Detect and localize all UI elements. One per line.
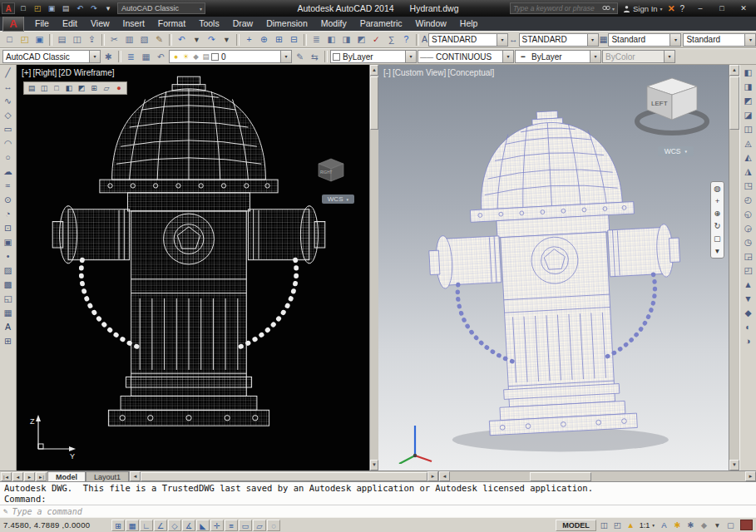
command-window[interactable]: Autodesk DWG. This file is a TrustedDWG … <box>0 481 756 517</box>
line-icon[interactable]: ╱ <box>2 66 15 79</box>
chevron-down-icon[interactable]: ▾ <box>502 51 513 62</box>
workspace-settings-icon[interactable]: ✱ <box>101 51 116 63</box>
help-icon[interactable]: ? <box>399 33 413 46</box>
exchange-apps-icon[interactable]: ✕ <box>668 3 675 13</box>
sweep-icon[interactable]: ◬ <box>742 137 755 150</box>
presspull-icon[interactable]: ◫ <box>742 123 755 135</box>
tpy-toggle[interactable]: ▭ <box>239 520 252 531</box>
viewport-three-icon[interactable]: ◩ <box>76 83 87 94</box>
scroll-down-icon[interactable]: ▼ <box>370 460 378 470</box>
chevron-down-icon[interactable]: ▾ <box>612 6 615 12</box>
zoom-realtime-icon[interactable]: ⊕ <box>257 33 271 46</box>
qat-more-icon[interactable]: ▾ <box>101 2 115 14</box>
sc-toggle[interactable]: ◌ <box>267 520 280 531</box>
lineweight-combo[interactable]: ━ ByLayer ▾ <box>515 50 601 63</box>
mleader-style-combo[interactable]: Standard ▾ <box>683 33 756 47</box>
wcs-menu-button[interactable]: WCS ▾ <box>322 195 354 204</box>
copy-icon[interactable]: ▥ <box>122 33 136 46</box>
menu-item[interactable]: Edit <box>56 17 84 31</box>
slice-icon[interactable]: ◰ <box>742 264 755 277</box>
dim-style-icon[interactable]: ↔ <box>509 33 518 46</box>
extrude-face-icon[interactable]: ◑ <box>742 335 755 347</box>
quick-view-drawings-icon[interactable]: ◰ <box>611 520 624 531</box>
layer-previous-icon[interactable]: ↶ <box>154 51 168 63</box>
menu-item[interactable]: Help <box>453 17 485 31</box>
ellipse-icon[interactable]: ⊙ <box>2 194 15 206</box>
tab-next-icon[interactable]: ► <box>24 472 35 481</box>
save-icon[interactable]: ▣ <box>32 33 47 46</box>
open-icon[interactable]: ◰ <box>31 2 44 14</box>
chevron-down-icon[interactable]: ▾ <box>89 51 100 62</box>
layer-states-icon[interactable]: ▦ <box>139 51 153 63</box>
scrollbar-thumb[interactable] <box>530 472 591 481</box>
performance-icon[interactable] <box>740 520 753 530</box>
ducs-toggle[interactable]: ◣ <box>196 520 210 531</box>
annotation-scale-value[interactable]: 1:1 <box>639 521 651 530</box>
viewport-conceptual[interactable]: [-][Custom View][Conceptual] <box>378 65 729 470</box>
chevron-down-icon[interactable]: ▾ <box>660 6 663 12</box>
matchprop-icon[interactable]: ✎ <box>152 33 166 46</box>
loft-icon[interactable]: ◮ <box>742 165 755 178</box>
menu-item[interactable]: Parametric <box>353 17 409 31</box>
menu-item[interactable]: View <box>84 17 116 31</box>
chevron-down-icon[interactable]: ▾ <box>590 51 600 62</box>
union-icon[interactable]: ◧ <box>742 66 755 79</box>
dim-style-combo[interactable]: STANDARD ▾ <box>519 33 599 47</box>
scroll-down-icon[interactable]: ▼ <box>729 460 739 470</box>
pan-icon[interactable]: + <box>242 33 256 46</box>
navbar-more-icon[interactable]: ▾ <box>712 247 723 255</box>
interfere-icon[interactable]: ◲ <box>742 250 755 263</box>
scroll-up-icon[interactable]: ▲ <box>370 65 378 76</box>
layer-combo[interactable]: ●☀◆▤ 0 ▾ <box>169 50 292 63</box>
plot-icon[interactable]: ▤ <box>59 2 72 14</box>
3drotate-icon[interactable]: ◴ <box>742 194 755 206</box>
save-icon[interactable]: ▣ <box>45 2 58 14</box>
dyn-toggle[interactable]: ✛ <box>210 520 224 531</box>
gradient-icon[interactable]: ▩ <box>2 278 15 291</box>
ortho-toggle[interactable]: ∟ <box>140 520 153 531</box>
menu-item[interactable]: File <box>28 17 56 31</box>
model-space-button[interactable]: MODEL <box>556 520 596 531</box>
insert-block-icon[interactable]: ⊡ <box>2 222 15 234</box>
split-face-icon[interactable]: ◐ <box>742 321 755 333</box>
minimize-button[interactable]: – <box>689 2 711 15</box>
scrollbar-thumb[interactable] <box>141 472 427 481</box>
workspace-gear-icon[interactable]: ✱ <box>684 520 697 531</box>
tab-last-icon[interactable]: ►| <box>36 472 47 481</box>
table-style-icon[interactable]: ▦ <box>600 33 608 46</box>
tab-model[interactable]: Model <box>47 471 86 481</box>
application-menu-button[interactable]: A <box>2 15 24 32</box>
zoom-window-icon[interactable]: ⊞ <box>272 33 286 46</box>
mtext-icon[interactable]: A <box>2 321 15 333</box>
annotation-scale-icon[interactable]: ▲ <box>625 520 637 531</box>
layer-plot-icon[interactable]: ▤ <box>201 52 210 62</box>
viewport-control[interactable]: [+] <box>22 68 31 77</box>
ellipse-arc-icon[interactable]: ◔ <box>2 208 15 220</box>
command-input-row[interactable]: ✎ Type a command <box>0 505 756 517</box>
redo-icon[interactable]: ↷ <box>87 2 101 14</box>
polar-toggle[interactable]: ∠ <box>154 520 167 531</box>
menu-item[interactable]: Insert <box>116 17 151 31</box>
open-icon[interactable]: ◰ <box>17 33 32 46</box>
3dmove-icon[interactable]: ◳ <box>742 180 755 192</box>
otrack-toggle[interactable]: ∡ <box>182 520 195 531</box>
menu-item[interactable]: Modify <box>314 17 353 31</box>
right-viewport-hscrollbar[interactable]: ◄ ► <box>438 471 756 481</box>
chevron-down-icon[interactable]: ▾ <box>587 34 598 46</box>
publish-icon[interactable]: ⇪ <box>85 33 99 46</box>
viewport-four-icon[interactable]: ⊞ <box>88 83 100 94</box>
qnew-icon[interactable]: □ <box>17 2 30 14</box>
qnew-icon[interactable]: □ <box>2 33 17 46</box>
viewport-named-icon[interactable]: ▤ <box>26 83 37 94</box>
layer-on-icon[interactable]: ● <box>171 52 180 62</box>
viewport-control[interactable]: [Right] <box>32 68 57 77</box>
menu-item[interactable]: Format <box>151 17 192 31</box>
addselected-icon[interactable]: ⊞ <box>2 335 15 347</box>
scroll-left-icon[interactable]: ◄ <box>439 471 450 481</box>
workspace-combo-titlebar[interactable]: AutoCAD Classic ▾ <box>117 2 205 14</box>
search-input[interactable] <box>513 4 600 12</box>
quickcalc-icon[interactable]: ∑ <box>384 33 398 46</box>
zoom-previous-icon[interactable]: ⊟ <box>287 33 301 46</box>
viewport-control[interactable]: [Conceptual] <box>447 68 494 77</box>
intersect-icon[interactable]: ◩ <box>742 95 755 107</box>
